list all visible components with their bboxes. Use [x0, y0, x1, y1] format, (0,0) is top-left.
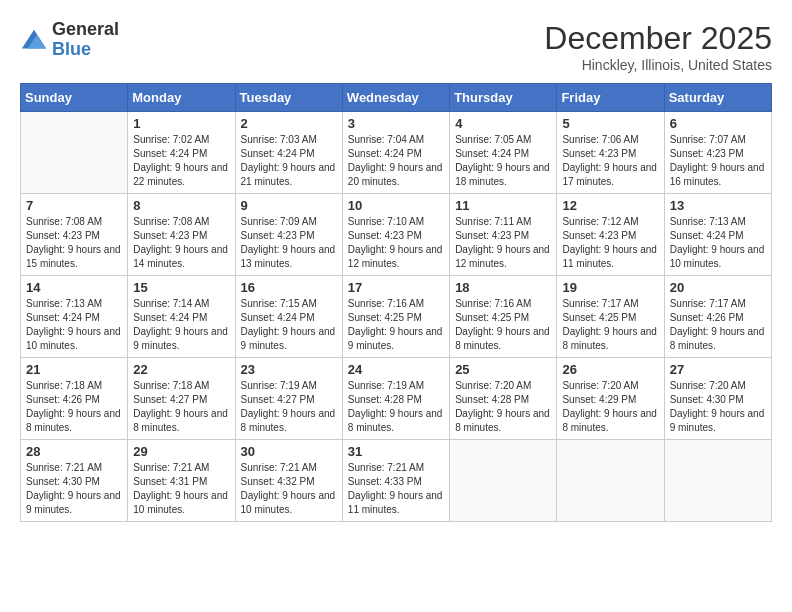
day-number: 13 [670, 198, 766, 213]
column-header-saturday: Saturday [664, 84, 771, 112]
day-number: 29 [133, 444, 229, 459]
day-info: Sunrise: 7:08 AMSunset: 4:23 PMDaylight:… [26, 215, 122, 271]
calendar-cell: 11Sunrise: 7:11 AMSunset: 4:23 PMDayligh… [450, 194, 557, 276]
day-number: 17 [348, 280, 444, 295]
logo: General Blue [20, 20, 119, 60]
calendar-week-1: 1Sunrise: 7:02 AMSunset: 4:24 PMDaylight… [21, 112, 772, 194]
calendar-week-5: 28Sunrise: 7:21 AMSunset: 4:30 PMDayligh… [21, 440, 772, 522]
day-number: 7 [26, 198, 122, 213]
day-number: 9 [241, 198, 337, 213]
day-info: Sunrise: 7:11 AMSunset: 4:23 PMDaylight:… [455, 215, 551, 271]
calendar-cell: 2Sunrise: 7:03 AMSunset: 4:24 PMDaylight… [235, 112, 342, 194]
calendar-cell: 14Sunrise: 7:13 AMSunset: 4:24 PMDayligh… [21, 276, 128, 358]
day-info: Sunrise: 7:18 AMSunset: 4:27 PMDaylight:… [133, 379, 229, 435]
calendar-week-2: 7Sunrise: 7:08 AMSunset: 4:23 PMDaylight… [21, 194, 772, 276]
day-number: 26 [562, 362, 658, 377]
day-info: Sunrise: 7:16 AMSunset: 4:25 PMDaylight:… [348, 297, 444, 353]
day-number: 5 [562, 116, 658, 131]
calendar-cell: 27Sunrise: 7:20 AMSunset: 4:30 PMDayligh… [664, 358, 771, 440]
calendar-table: SundayMondayTuesdayWednesdayThursdayFrid… [20, 83, 772, 522]
column-header-sunday: Sunday [21, 84, 128, 112]
calendar-cell: 6Sunrise: 7:07 AMSunset: 4:23 PMDaylight… [664, 112, 771, 194]
day-number: 20 [670, 280, 766, 295]
day-info: Sunrise: 7:10 AMSunset: 4:23 PMDaylight:… [348, 215, 444, 271]
day-info: Sunrise: 7:03 AMSunset: 4:24 PMDaylight:… [241, 133, 337, 189]
day-info: Sunrise: 7:02 AMSunset: 4:24 PMDaylight:… [133, 133, 229, 189]
day-info: Sunrise: 7:18 AMSunset: 4:26 PMDaylight:… [26, 379, 122, 435]
day-number: 2 [241, 116, 337, 131]
day-info: Sunrise: 7:19 AMSunset: 4:27 PMDaylight:… [241, 379, 337, 435]
day-number: 23 [241, 362, 337, 377]
day-info: Sunrise: 7:21 AMSunset: 4:31 PMDaylight:… [133, 461, 229, 517]
day-number: 14 [26, 280, 122, 295]
calendar-cell: 29Sunrise: 7:21 AMSunset: 4:31 PMDayligh… [128, 440, 235, 522]
calendar-cell: 8Sunrise: 7:08 AMSunset: 4:23 PMDaylight… [128, 194, 235, 276]
day-number: 4 [455, 116, 551, 131]
calendar-cell: 25Sunrise: 7:20 AMSunset: 4:28 PMDayligh… [450, 358, 557, 440]
day-info: Sunrise: 7:17 AMSunset: 4:25 PMDaylight:… [562, 297, 658, 353]
logo-icon [20, 26, 48, 54]
day-info: Sunrise: 7:04 AMSunset: 4:24 PMDaylight:… [348, 133, 444, 189]
day-info: Sunrise: 7:19 AMSunset: 4:28 PMDaylight:… [348, 379, 444, 435]
calendar-cell [450, 440, 557, 522]
calendar-cell: 7Sunrise: 7:08 AMSunset: 4:23 PMDaylight… [21, 194, 128, 276]
day-info: Sunrise: 7:20 AMSunset: 4:29 PMDaylight:… [562, 379, 658, 435]
calendar-cell: 5Sunrise: 7:06 AMSunset: 4:23 PMDaylight… [557, 112, 664, 194]
calendar-cell: 19Sunrise: 7:17 AMSunset: 4:25 PMDayligh… [557, 276, 664, 358]
day-info: Sunrise: 7:07 AMSunset: 4:23 PMDaylight:… [670, 133, 766, 189]
column-header-friday: Friday [557, 84, 664, 112]
month-title: December 2025 [544, 20, 772, 57]
day-number: 15 [133, 280, 229, 295]
calendar-cell: 4Sunrise: 7:05 AMSunset: 4:24 PMDaylight… [450, 112, 557, 194]
day-info: Sunrise: 7:20 AMSunset: 4:28 PMDaylight:… [455, 379, 551, 435]
calendar-cell: 31Sunrise: 7:21 AMSunset: 4:33 PMDayligh… [342, 440, 449, 522]
calendar-cell: 26Sunrise: 7:20 AMSunset: 4:29 PMDayligh… [557, 358, 664, 440]
calendar-cell: 15Sunrise: 7:14 AMSunset: 4:24 PMDayligh… [128, 276, 235, 358]
logo-text: General Blue [52, 20, 119, 60]
calendar-cell [664, 440, 771, 522]
day-number: 18 [455, 280, 551, 295]
calendar-cell: 10Sunrise: 7:10 AMSunset: 4:23 PMDayligh… [342, 194, 449, 276]
day-info: Sunrise: 7:05 AMSunset: 4:24 PMDaylight:… [455, 133, 551, 189]
calendar-cell: 3Sunrise: 7:04 AMSunset: 4:24 PMDaylight… [342, 112, 449, 194]
calendar-cell: 28Sunrise: 7:21 AMSunset: 4:30 PMDayligh… [21, 440, 128, 522]
calendar-cell: 17Sunrise: 7:16 AMSunset: 4:25 PMDayligh… [342, 276, 449, 358]
calendar-cell [21, 112, 128, 194]
day-number: 25 [455, 362, 551, 377]
day-number: 24 [348, 362, 444, 377]
day-number: 1 [133, 116, 229, 131]
day-number: 30 [241, 444, 337, 459]
calendar-header-row: SundayMondayTuesdayWednesdayThursdayFrid… [21, 84, 772, 112]
column-header-monday: Monday [128, 84, 235, 112]
day-info: Sunrise: 7:17 AMSunset: 4:26 PMDaylight:… [670, 297, 766, 353]
day-info: Sunrise: 7:12 AMSunset: 4:23 PMDaylight:… [562, 215, 658, 271]
calendar-cell: 30Sunrise: 7:21 AMSunset: 4:32 PMDayligh… [235, 440, 342, 522]
day-info: Sunrise: 7:08 AMSunset: 4:23 PMDaylight:… [133, 215, 229, 271]
location: Hinckley, Illinois, United States [544, 57, 772, 73]
calendar-cell [557, 440, 664, 522]
calendar-cell: 9Sunrise: 7:09 AMSunset: 4:23 PMDaylight… [235, 194, 342, 276]
day-info: Sunrise: 7:13 AMSunset: 4:24 PMDaylight:… [26, 297, 122, 353]
day-info: Sunrise: 7:15 AMSunset: 4:24 PMDaylight:… [241, 297, 337, 353]
calendar-cell: 21Sunrise: 7:18 AMSunset: 4:26 PMDayligh… [21, 358, 128, 440]
day-number: 3 [348, 116, 444, 131]
day-number: 31 [348, 444, 444, 459]
day-number: 12 [562, 198, 658, 213]
calendar-cell: 1Sunrise: 7:02 AMSunset: 4:24 PMDaylight… [128, 112, 235, 194]
column-header-wednesday: Wednesday [342, 84, 449, 112]
day-number: 22 [133, 362, 229, 377]
calendar-cell: 13Sunrise: 7:13 AMSunset: 4:24 PMDayligh… [664, 194, 771, 276]
column-header-tuesday: Tuesday [235, 84, 342, 112]
day-info: Sunrise: 7:20 AMSunset: 4:30 PMDaylight:… [670, 379, 766, 435]
day-info: Sunrise: 7:16 AMSunset: 4:25 PMDaylight:… [455, 297, 551, 353]
day-number: 28 [26, 444, 122, 459]
calendar-week-3: 14Sunrise: 7:13 AMSunset: 4:24 PMDayligh… [21, 276, 772, 358]
calendar-cell: 24Sunrise: 7:19 AMSunset: 4:28 PMDayligh… [342, 358, 449, 440]
day-info: Sunrise: 7:06 AMSunset: 4:23 PMDaylight:… [562, 133, 658, 189]
day-info: Sunrise: 7:13 AMSunset: 4:24 PMDaylight:… [670, 215, 766, 271]
day-number: 6 [670, 116, 766, 131]
column-header-thursday: Thursday [450, 84, 557, 112]
day-number: 19 [562, 280, 658, 295]
calendar-cell: 20Sunrise: 7:17 AMSunset: 4:26 PMDayligh… [664, 276, 771, 358]
calendar-cell: 16Sunrise: 7:15 AMSunset: 4:24 PMDayligh… [235, 276, 342, 358]
